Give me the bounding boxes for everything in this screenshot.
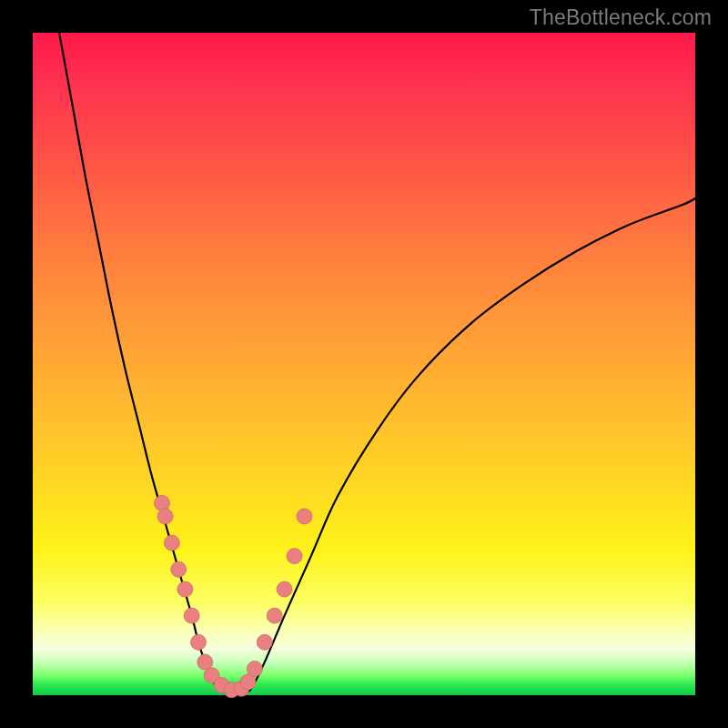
sample-dot <box>164 535 179 551</box>
sample-dot <box>157 509 173 524</box>
sample-dot <box>171 561 187 577</box>
sample-dot <box>177 581 193 597</box>
bottleneck-curve <box>59 33 695 693</box>
watermark-text: TheBottleneck.com <box>530 5 712 30</box>
plot-area <box>33 33 695 695</box>
sample-dot <box>184 608 199 623</box>
sample-dot <box>267 608 282 623</box>
curve-layer <box>33 33 695 695</box>
sample-dot <box>287 549 302 564</box>
sample-dot <box>191 634 207 650</box>
sample-dot <box>257 634 272 650</box>
sample-dot <box>297 509 312 524</box>
sample-dot <box>247 661 262 676</box>
sample-dot <box>277 581 292 597</box>
chart-frame: TheBottleneck.com <box>0 0 728 728</box>
